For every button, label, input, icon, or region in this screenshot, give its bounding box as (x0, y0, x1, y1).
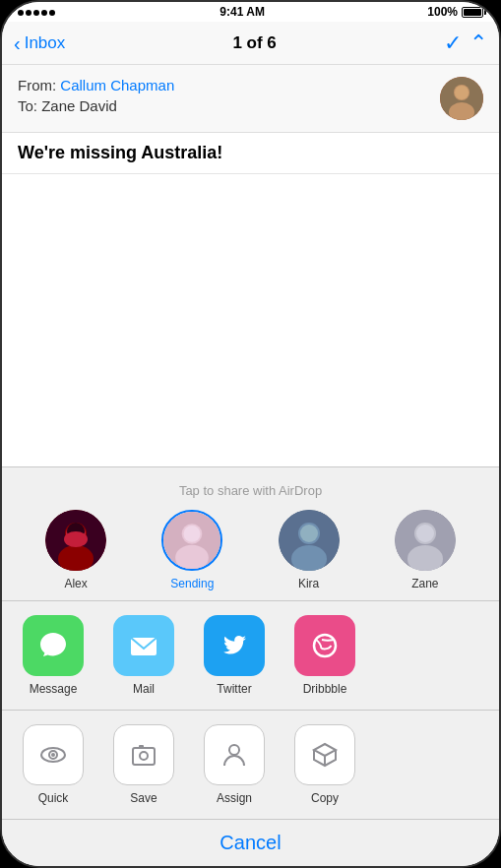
save-icon (113, 724, 174, 785)
svg-rect-29 (139, 745, 144, 749)
email-subject-area: We're missing Australia! (2, 133, 499, 174)
nav-title: 1 of 6 (232, 33, 276, 53)
action-assign[interactable]: Assign (195, 724, 274, 805)
battery-percent: 100% (427, 5, 458, 19)
app-message[interactable]: Message (14, 615, 93, 696)
app-label-dribbble: Dribbble (303, 682, 347, 696)
back-button[interactable]: ‹ Inbox (14, 33, 65, 53)
back-chevron-icon: ‹ (14, 33, 21, 53)
email-to: To: Zane David (18, 97, 174, 114)
contact-name-kira: Kira (298, 577, 319, 590)
action-quick[interactable]: Quick (14, 724, 93, 805)
email-subject: We're missing Australia! (18, 143, 483, 163)
avatar-image (440, 77, 483, 120)
app-label-twitter: Twitter (217, 682, 251, 696)
svg-point-11 (182, 524, 203, 544)
svg-point-23 (314, 635, 336, 656)
svg-point-21 (416, 525, 434, 542)
app-mail[interactable]: Mail (104, 615, 183, 696)
apps-row: Message Mail (14, 615, 487, 696)
svg-point-28 (140, 752, 148, 760)
app-twitter[interactable]: Twitter (195, 615, 274, 696)
actions-section: Quick Save (2, 711, 499, 820)
copy-icon (294, 724, 355, 785)
svg-rect-27 (133, 748, 155, 765)
contact-name-alex: Alex (64, 577, 87, 590)
svg-point-26 (51, 753, 55, 757)
nav-bar: ‹ Inbox 1 of 6 ✓ ⌃ (2, 22, 499, 65)
airdrop-contacts: Alex Sending (2, 510, 499, 590)
contact-avatar-sending (161, 510, 222, 571)
action-label-save: Save (130, 791, 157, 805)
contact-alex[interactable]: Alex (41, 510, 110, 590)
phone-frame: 9:41 AM 100% ‹ Inbox 1 of 6 ✓ ⌃ From: Ca… (0, 0, 501, 868)
from-name: Callum Chapman (60, 77, 174, 93)
nav-arrows: ✓ ⌃ (444, 32, 487, 54)
email-header: From: Callum Chapman To: Zane David (2, 65, 499, 133)
svg-point-17 (300, 525, 318, 542)
actions-row: Quick Save (14, 724, 487, 805)
status-time: 9:41 AM (219, 5, 265, 19)
kira-avatar-image (279, 510, 340, 571)
from-label: From: (18, 77, 60, 93)
twitter-icon (204, 615, 265, 676)
svg-point-12 (176, 545, 210, 571)
sender-avatar (440, 77, 483, 120)
action-label-copy: Copy (311, 791, 339, 805)
contact-avatar-kira (279, 510, 340, 571)
action-label-quick: Quick (38, 791, 69, 805)
svg-point-3 (455, 86, 469, 99)
action-copy[interactable]: Copy (285, 724, 364, 805)
action-label-assign: Assign (217, 791, 252, 805)
action-save[interactable]: Save (104, 724, 183, 805)
status-right: 100% (427, 5, 483, 19)
email-meta: From: Callum Chapman To: Zane David (18, 77, 174, 114)
email-from: From: Callum Chapman (18, 77, 174, 93)
contact-kira[interactable]: Kira (275, 510, 344, 590)
contact-name-sending: Sending (170, 577, 214, 590)
contact-avatar-alex (45, 510, 106, 571)
airdrop-hint: Tap to share with AirDrop (2, 483, 499, 498)
app-dribbble[interactable]: Dribbble (285, 615, 364, 696)
airdrop-section: Tap to share with AirDrop (2, 467, 499, 601)
cancel-section: Cancel (2, 820, 499, 866)
sending-avatar-image (163, 512, 220, 569)
back-label: Inbox (25, 33, 66, 53)
contact-avatar-zane (395, 510, 456, 571)
message-icon (23, 615, 84, 676)
share-sheet: Tap to share with AirDrop (2, 466, 499, 866)
apps-section: Message Mail (2, 601, 499, 711)
assign-icon (204, 724, 265, 785)
app-label-message: Message (30, 682, 78, 696)
quick-look-icon (23, 724, 84, 785)
contact-sending[interactable]: Sending (157, 510, 226, 590)
svg-point-30 (229, 745, 239, 755)
svg-point-13 (184, 526, 201, 542)
svg-point-10 (163, 512, 220, 569)
signal-dots (18, 5, 57, 19)
contact-zane[interactable]: Zane (391, 510, 460, 590)
mail-icon (113, 615, 174, 676)
contact-name-zane: Zane (411, 577, 438, 590)
alex-avatar-image (45, 510, 106, 571)
prev-message-button[interactable]: ✓ (444, 32, 462, 54)
next-message-button[interactable]: ⌃ (470, 32, 487, 54)
dribbble-icon (294, 615, 355, 676)
battery-icon (462, 7, 483, 18)
zane-avatar-image (395, 510, 456, 571)
cancel-button[interactable]: Cancel (219, 832, 281, 854)
svg-point-9 (64, 531, 88, 547)
status-bar: 9:41 AM 100% (2, 2, 499, 22)
app-label-mail: Mail (133, 682, 155, 696)
